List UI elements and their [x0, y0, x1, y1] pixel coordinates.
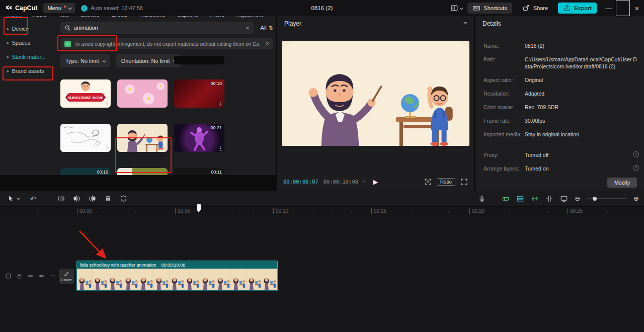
timeline-toolbar: ↶	[0, 191, 644, 206]
thumbnail-purple-dancer[interactable]: 00:21 ↓	[174, 124, 224, 152]
detail-row-proxy: Proxy:Turned off?	[484, 151, 639, 158]
mask-button[interactable]	[120, 195, 127, 202]
download-icon[interactable]: ↓	[219, 145, 222, 150]
arrow-right-icon: ▸	[7, 68, 10, 73]
arrow-right-icon: ▸	[7, 40, 10, 45]
auto-split-toggle[interactable]	[545, 195, 553, 203]
timeline-tracks[interactable]: ⋯ Cover little schoolboy with teacher an…	[0, 216, 644, 332]
ratio-button[interactable]: Ratio	[437, 178, 455, 186]
export-button[interactable]: Export	[558, 3, 597, 14]
share-button[interactable]: Share	[517, 3, 553, 14]
sidebar-item-device[interactable]: ▸ Device	[4, 23, 54, 34]
workspace-layout-button[interactable]	[450, 4, 462, 12]
delete-button[interactable]	[104, 195, 112, 202]
delete-left-button[interactable]	[73, 195, 80, 202]
timeline-ruler[interactable]: 00:00 00:05 00:10 00:15 00:20 00:25	[0, 207, 644, 216]
filmstrip-frame	[262, 269, 277, 290]
timeline-clip[interactable]: little schoolboy with teacher animation …	[76, 261, 278, 291]
timeline-zoom-slider[interactable]	[587, 198, 627, 199]
split-button[interactable]	[57, 195, 65, 202]
download-icon[interactable]: ↓	[219, 101, 222, 106]
thumbnail-subscribe-now[interactable]: SUBSCRIBE NOW! ↓	[60, 79, 111, 108]
info-icon[interactable]: ?	[633, 165, 639, 171]
menu-button[interactable]: Menu	[43, 3, 75, 13]
detail-row-name: Name:0816 (2)	[484, 42, 639, 49]
all-filter-button[interactable]: All ⇅	[261, 25, 273, 31]
thumbnail-teacher-and-schoolboy[interactable]: ↓	[117, 124, 168, 152]
select-tool-button[interactable]	[7, 195, 19, 202]
chevron-down-icon	[460, 6, 463, 10]
details-panel-title: Details	[482, 20, 501, 27]
player-menu-icon[interactable]: ≡	[463, 20, 467, 27]
preview-axis-toggle[interactable]	[531, 195, 539, 203]
delete-right-button[interactable]	[89, 195, 96, 202]
thumbnail-whiteboard-sketch[interactable]: ↓	[60, 124, 111, 152]
preview-cartoon	[282, 41, 469, 146]
clip-label: little schoolboy with teacher animation	[80, 263, 156, 268]
clear-search-icon[interactable]: ×	[246, 24, 250, 32]
fullscreen-icon[interactable]	[460, 178, 468, 186]
snapshot-icon[interactable]	[424, 178, 432, 186]
thumbnail-pink-flowers[interactable]: ↓	[117, 79, 168, 108]
info-icon[interactable]: ?	[633, 151, 639, 157]
sidebar-item-spaces[interactable]: ▸ Spaces	[4, 37, 54, 48]
app-name: CapCut	[15, 5, 37, 12]
download-icon[interactable]: ↓	[163, 101, 165, 106]
download-icon[interactable]: ↓	[106, 101, 108, 106]
record-voiceover-button[interactable]	[478, 195, 486, 203]
chevron-down-icon	[68, 6, 72, 10]
sidebar-item-brand-assets[interactable]: ▸ Brand assets	[4, 65, 54, 76]
split-markers-icon	[545, 195, 553, 203]
duration-badge: 00:11	[211, 170, 222, 175]
search-input[interactable]	[74, 25, 243, 31]
video-preview[interactable]	[282, 41, 469, 146]
type-filter-dropdown[interactable]: Type: No limit	[60, 54, 110, 67]
thumbnail-partial-1[interactable]: 00:10	[60, 168, 111, 175]
topbar: CapCut Menu ✓ Auto saved: 12:47:58 0816 …	[0, 0, 644, 16]
track-controls: ⋯	[5, 272, 55, 279]
trash-icon	[104, 195, 112, 202]
capcut-app: CapCut Menu ✓ Auto saved: 12:47:58 0816 …	[0, 0, 644, 332]
filmstrip-frame	[247, 269, 262, 290]
minimize-button[interactable]: —	[602, 0, 616, 16]
capcut-logo: CapCut	[5, 5, 37, 12]
track-resize-icon[interactable]	[5, 273, 12, 279]
cover-button[interactable]: Cover	[59, 269, 74, 284]
main-track-magnet-toggle[interactable]	[502, 195, 510, 203]
maximize-icon	[616, 0, 630, 16]
search-row: × All ⇅	[60, 21, 273, 34]
modify-button[interactable]: Modify	[607, 178, 637, 188]
filmstrip-frame	[138, 269, 154, 290]
more-options-icon[interactable]: ⋯	[49, 272, 55, 279]
link-materials-toggle[interactable]	[516, 195, 524, 203]
filmstrip-frame	[215, 269, 231, 290]
timecode-options-icon[interactable]: ≡	[362, 179, 365, 185]
zoom-slider-knob[interactable]	[593, 197, 597, 201]
svg-text:SUBSCRIBE NOW!: SUBSCRIBE NOW!	[67, 96, 104, 100]
mute-track-icon[interactable]	[38, 273, 45, 279]
hide-track-icon[interactable]	[27, 273, 34, 279]
close-notice-icon[interactable]: ×	[266, 40, 269, 47]
thumbnail-partial-top[interactable]	[174, 56, 224, 64]
notification-dot	[64, 6, 66, 8]
ruler-label: 00:05	[175, 208, 190, 214]
thumbnail-dark-red[interactable]: 00:10 ↓	[174, 79, 224, 108]
lock-track-icon[interactable]	[16, 273, 23, 279]
orientation-filter-dropdown[interactable]: Orientation: No limit	[116, 54, 181, 67]
thumbnail-partial-2[interactable]	[117, 168, 168, 175]
filmstrip-frame	[185, 269, 200, 290]
zoom-out-button[interactable]: ⊖	[575, 195, 580, 202]
shortcuts-button[interactable]: Shortcuts	[467, 3, 512, 14]
zoom-in-button[interactable]: ⊕	[633, 195, 639, 202]
search-box[interactable]: ×	[60, 22, 254, 34]
close-button[interactable]: ×	[630, 0, 644, 16]
preview-quality-button[interactable]	[560, 195, 568, 203]
play-button[interactable]: ▶	[373, 178, 378, 186]
maximize-button[interactable]	[616, 0, 630, 16]
download-icon[interactable]: ↓	[163, 145, 165, 150]
sidebar-item-stock-materials[interactable]: ▸ Stock mater...	[4, 51, 54, 62]
download-icon[interactable]: ↓	[106, 145, 108, 150]
undo-button[interactable]: ↶	[30, 195, 36, 203]
thumbnail-partial-3[interactable]: 00:11	[174, 168, 224, 175]
window-controls: — ×	[602, 0, 644, 16]
